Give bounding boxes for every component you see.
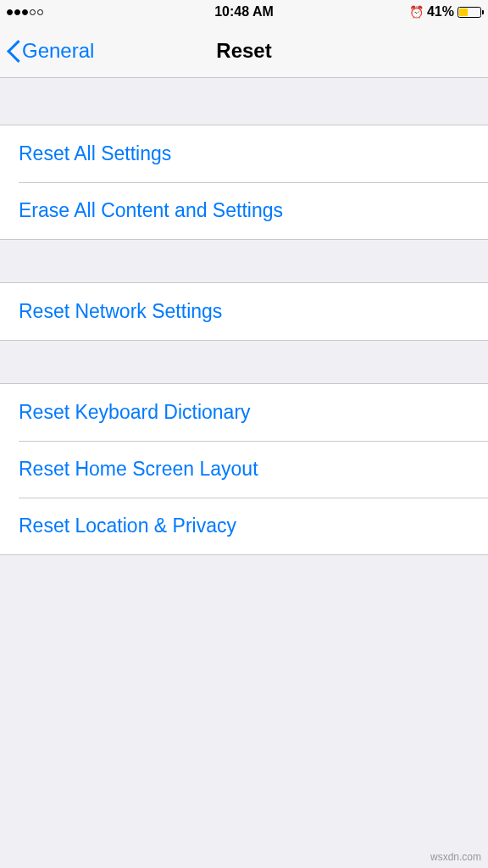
- erase-all-content[interactable]: Erase All Content and Settings: [0, 182, 488, 239]
- page-title: Reset: [216, 39, 271, 63]
- chevron-left-icon: [7, 41, 19, 61]
- list-group-2: Reset Network Settings: [0, 282, 488, 341]
- list-item-label: Reset Network Settings: [19, 300, 222, 322]
- list-item-label: Reset Location & Privacy: [19, 515, 236, 537]
- navigation-bar: General Reset: [0, 24, 488, 78]
- status-bar: 10:48 AM ⏰ 41%: [0, 0, 488, 24]
- back-button[interactable]: General: [7, 39, 94, 63]
- reset-keyboard-dictionary[interactable]: Reset Keyboard Dictionary: [0, 384, 488, 441]
- reset-location-privacy[interactable]: Reset Location & Privacy: [0, 498, 488, 554]
- status-left: [7, 9, 43, 15]
- section-gap: [0, 240, 488, 282]
- list-item-label: Reset Home Screen Layout: [19, 458, 258, 480]
- reset-all-settings[interactable]: Reset All Settings: [0, 125, 488, 182]
- reset-network-settings[interactable]: Reset Network Settings: [0, 283, 488, 340]
- battery-icon: [458, 7, 481, 18]
- section-gap: [0, 78, 488, 125]
- reset-home-screen-layout[interactable]: Reset Home Screen Layout: [0, 441, 488, 498]
- list-item-label: Reset All Settings: [19, 142, 171, 164]
- list-item-label: Erase All Content and Settings: [19, 199, 283, 221]
- list-group-3: Reset Keyboard Dictionary Reset Home Scr…: [0, 383, 488, 555]
- status-time: 10:48 AM: [214, 4, 274, 19]
- battery-percent: 41%: [427, 4, 454, 19]
- list-item-label: Reset Keyboard Dictionary: [19, 401, 251, 423]
- back-label: General: [22, 39, 94, 63]
- alarm-icon: ⏰: [409, 5, 424, 19]
- section-gap: [0, 341, 488, 383]
- status-right: ⏰ 41%: [409, 4, 481, 19]
- list-group-1: Reset All Settings Erase All Content and…: [0, 125, 488, 240]
- signal-strength-icon: [7, 9, 43, 15]
- watermark: wsxdn.com: [430, 851, 481, 863]
